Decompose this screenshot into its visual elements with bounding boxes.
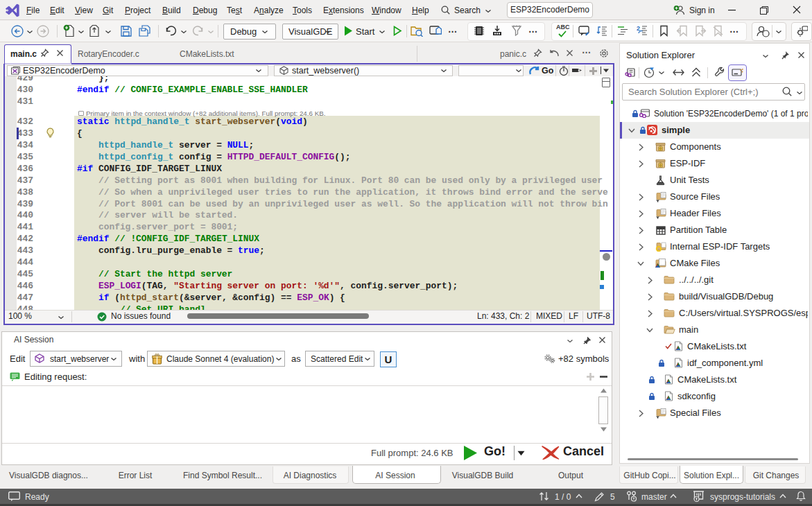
svg-text:2: 2: [637, 25, 640, 32]
